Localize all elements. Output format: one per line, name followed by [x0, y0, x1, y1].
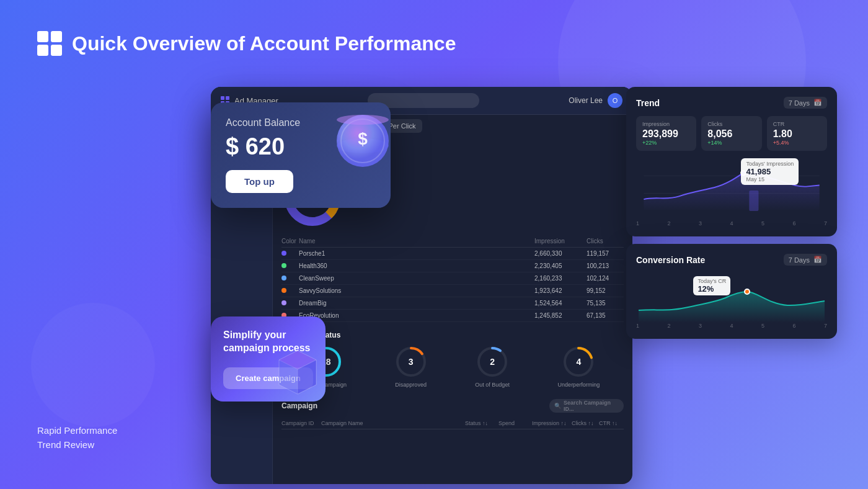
svg-rect-26: [749, 191, 758, 211]
trend-card: Trend 7 Days 📅 Impression 293,899 +22% C…: [626, 87, 837, 236]
account-balance-card: $ Account Balance $ 620 Top up: [211, 102, 391, 208]
bottom-line2: Trend Review: [37, 438, 117, 452]
status-item: 4 Underperforming: [558, 346, 600, 388]
conversion-calendar-icon: 📅: [813, 256, 822, 264]
impression-metric-label: Impression: [642, 121, 690, 127]
circle-label: Underperforming: [558, 382, 600, 388]
table-row: Health360 2,230,405 100,213: [281, 260, 624, 272]
conversion-filter[interactable]: 7 Days 📅: [784, 254, 827, 266]
svg-point-4: [337, 115, 389, 125]
table-row: SavvySolutions 1,923,642 99,152: [281, 285, 624, 297]
table-row: Porsche1 2,660,330 119,157: [281, 248, 624, 260]
col-clicks: Clicks: [587, 238, 624, 244]
campaign-title: Campaign 🔍 Search Campaign ID...: [281, 399, 624, 413]
trend-filter-label: 7 Days: [789, 99, 810, 107]
calendar-icon: 📅: [813, 99, 822, 107]
page-title: Quick Overview of Account Performance: [72, 32, 456, 55]
campaign-label: Campaign: [281, 402, 317, 410]
metrics-row: Impression 293,899 +22% Clicks 8,056 +14…: [636, 116, 827, 151]
ctr-metric-value: 1.80: [773, 128, 821, 140]
status-item: 3 Disapproved: [395, 346, 427, 388]
tooltip-label: Todays' Impression: [746, 161, 794, 167]
table-row: DreamBig 1,524,564 75,135: [281, 297, 624, 310]
topup-button[interactable]: Top up: [226, 170, 293, 193]
conversion-filter-label: 7 Days: [789, 256, 810, 264]
svg-text:$: $: [358, 129, 368, 148]
tooltip-value: 41,985: [746, 167, 794, 176]
ctr-metric-change: +5.4%: [773, 140, 821, 146]
svg-point-27: [745, 289, 750, 294]
campaign-search[interactable]: 🔍 Search Campaign ID...: [549, 399, 624, 413]
status-item: 2 Out of Budget: [475, 346, 510, 388]
campaign-table-header: Campaign ID Campaign Name Status ↑↓ Spen…: [281, 418, 624, 429]
grid-icon: [37, 31, 62, 56]
trend-tooltip: Todays' Impression 41,985 May 15: [741, 158, 799, 185]
tooltip-date: May 15: [746, 176, 794, 182]
simplify-graphic: [276, 348, 319, 397]
trend-chart-area: Todays' Impression 41,985 May 15: [636, 158, 827, 227]
conversion-title: Conversion Rate: [636, 255, 705, 265]
campaign-search-placeholder: Search Campaign ID...: [564, 400, 619, 412]
conversion-axis: 1234567: [636, 323, 827, 329]
svg-rect-6: [226, 96, 229, 100]
conversion-tooltip-value: 12%: [698, 284, 726, 294]
table-rows: Porsche1 2,660,330 119,157 Health360 2,2…: [281, 248, 624, 322]
col-color: Color: [281, 238, 296, 244]
svg-rect-5: [221, 96, 224, 100]
status-circles: 28 Active campaign 3 Disapproved 2 Out o…: [281, 346, 624, 388]
metric-clicks: Clicks 8,056 +14%: [701, 116, 761, 151]
metric-ctr: CTR 1.80 +5.4%: [767, 116, 827, 151]
trend-axis: 1234567: [636, 220, 827, 227]
bottom-line1: Rapid Performance: [37, 424, 117, 438]
circle-number: 4: [562, 346, 595, 378]
conversion-card-header: Conversion Rate 7 Days 📅: [636, 254, 827, 266]
campaign-section: Campaign 🔍 Search Campaign ID... Campaig…: [273, 394, 632, 434]
conversion-tooltip-label: Today's CR: [698, 278, 726, 284]
col-name: Name: [299, 238, 532, 244]
ctr-metric-label: CTR: [773, 121, 821, 127]
clicks-metric-label: Clicks: [707, 121, 755, 127]
conversion-svg-chart: [636, 273, 827, 323]
ad-group-status: Ad Group Status 28 Active campaign 3 Dis…: [273, 325, 632, 394]
page-header: Quick Overview of Account Performance: [37, 31, 456, 56]
impression-metric-change: +22%: [642, 140, 690, 146]
trend-title: Trend: [636, 98, 660, 108]
conversion-card: Conversion Rate 7 Days 📅 Today's CR 12%: [626, 244, 837, 339]
trend-filter[interactable]: 7 Days 📅: [784, 97, 827, 109]
right-panel: Trend 7 Days 📅 Impression 293,899 +22% C…: [626, 87, 837, 447]
circle-number: 3: [395, 346, 427, 378]
campaign-data-table: Color Name Impression Clicks Porsche1 2,…: [273, 233, 632, 325]
circle-progress: 3: [395, 346, 427, 378]
user-info: Oliver Lee O: [569, 93, 622, 108]
metric-impression: Impression 293,899 +22%: [636, 116, 696, 151]
circle-label: Disapproved: [395, 382, 427, 388]
circle-label: Out of Budget: [475, 382, 510, 388]
circle-progress: 2: [476, 346, 508, 378]
table-header: Color Name Impression Clicks: [281, 235, 624, 248]
simplify-card: Simplify your campaign process Create ca…: [211, 316, 326, 402]
status-title: Ad Group Status: [281, 331, 624, 339]
table-row: EcoRevolution 1,245,852 67,135: [281, 310, 624, 322]
coin-graphic: $: [329, 109, 397, 177]
circle-number: 2: [476, 346, 508, 378]
conversion-tooltip: Today's CR 12%: [693, 276, 730, 295]
user-name: Oliver Lee: [569, 96, 603, 105]
col-impression: Impression: [534, 238, 584, 244]
circle-progress: 4: [562, 346, 595, 378]
clicks-metric-change: +14%: [707, 140, 755, 146]
conversion-chart-area: Today's CR 12% 1234567: [636, 273, 827, 329]
trend-card-header: Trend 7 Days 📅: [636, 97, 827, 109]
clicks-metric-value: 8,056: [707, 128, 755, 140]
table-row: CleanSweep 2,160,233 102,124: [281, 272, 624, 285]
avatar: O: [608, 93, 622, 108]
impression-metric-value: 293,899: [642, 128, 690, 140]
bottom-left-text: Rapid Performance Trend Review: [37, 424, 117, 452]
